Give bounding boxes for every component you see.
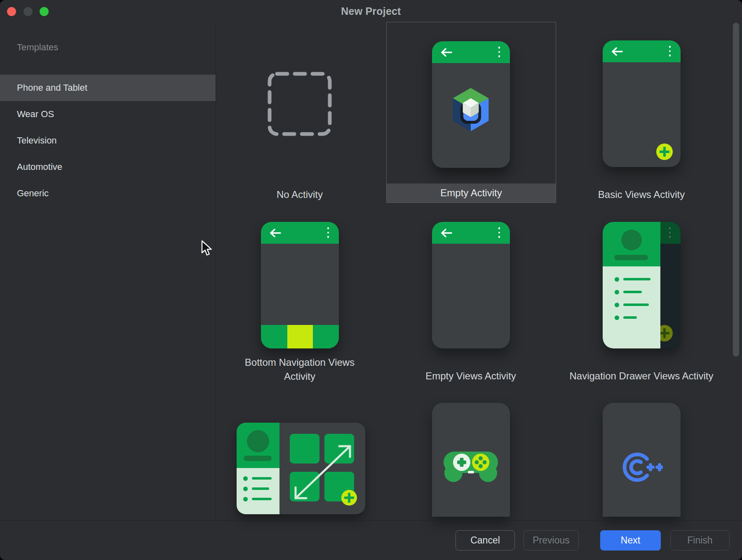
drawer-header — [237, 423, 279, 468]
back-arrow-icon — [440, 48, 453, 57]
overflow-menu-icon — [498, 47, 500, 57]
dashed-square-icon — [268, 72, 332, 136]
sidebar-item-phone-and-tablet[interactable]: Phone and Tablet — [0, 75, 216, 101]
cursor-pointer — [201, 240, 213, 257]
game-controller-icon — [444, 448, 498, 484]
bottom-nav-selected-tab — [287, 325, 313, 348]
overflow-menu-icon — [669, 227, 671, 238]
scrollbar-thumb[interactable] — [733, 23, 739, 357]
nav-drawer-panel — [603, 222, 660, 348]
sidebar-item-wear-os[interactable]: Wear OS — [0, 101, 216, 127]
mockup-toolbar — [261, 222, 339, 244]
sidebar-item-generic[interactable]: Generic — [0, 180, 216, 207]
back-arrow-icon — [611, 47, 623, 56]
phone-with-nav-drawer-mockup — [603, 222, 681, 348]
bottom-nav-bar — [261, 325, 339, 348]
card-label: No Activity — [238, 188, 362, 202]
card-label: Navigation Drawer Views Activity — [555, 369, 728, 383]
card-label: Basic Views Activity — [580, 188, 703, 202]
previous-button: Previous — [524, 530, 579, 551]
wizard-footer: Cancel Previous Next Finish — [0, 520, 742, 560]
drawer-list — [237, 468, 279, 514]
phone-with-fab-mockup — [603, 40, 681, 167]
compose-logo-phone-mockup — [432, 41, 510, 168]
drawer-header — [603, 222, 660, 266]
card-label-selected: Empty Activity — [387, 184, 556, 202]
card-label: Empty Views Activity — [409, 369, 533, 383]
new-project-window: New Project Templates Phone and Tablet W… — [0, 0, 742, 560]
tablet-adaptive-layout-mockup[interactable] — [237, 423, 365, 514]
cancel-button[interactable]: Cancel — [456, 530, 515, 551]
phone-game-controller-mockup[interactable] — [432, 403, 510, 517]
jetpack-compose-logo — [447, 86, 494, 135]
drawer-list — [603, 266, 660, 348]
fab-plus-icon — [656, 144, 673, 160]
overflow-menu-icon — [669, 46, 671, 56]
avatar — [621, 230, 642, 250]
back-arrow-icon — [440, 228, 453, 238]
mockup-toolbar — [603, 40, 681, 62]
fab-plus-icon — [341, 490, 357, 506]
card-label: Bottom Navigation Views Activity — [232, 355, 368, 384]
card-empty-activity[interactable]: Empty Activity — [386, 22, 556, 203]
overflow-menu-icon — [327, 227, 329, 238]
phone-with-toolbar-mockup — [432, 222, 510, 348]
mockup-toolbar — [432, 222, 510, 244]
cpp-logo-icon — [622, 451, 663, 483]
sidebar-divider — [216, 26, 216, 520]
window-title: New Project — [0, 5, 742, 17]
phone-with-bottom-nav-mockup — [261, 222, 339, 348]
overflow-menu-icon — [498, 227, 500, 238]
sidebar-item-television[interactable]: Television — [0, 127, 216, 154]
finish-button: Finish — [670, 530, 730, 551]
next-button[interactable]: Next — [600, 530, 661, 551]
mockup-toolbar — [432, 41, 510, 63]
phone-cpp-mockup[interactable] — [603, 403, 681, 517]
titlebar: New Project — [0, 0, 742, 26]
back-arrow-icon — [269, 228, 282, 238]
templates-header: Templates — [17, 42, 58, 53]
drawer-name-bar — [614, 255, 648, 260]
sidebar-item-automotive[interactable]: Automotive — [0, 154, 216, 180]
